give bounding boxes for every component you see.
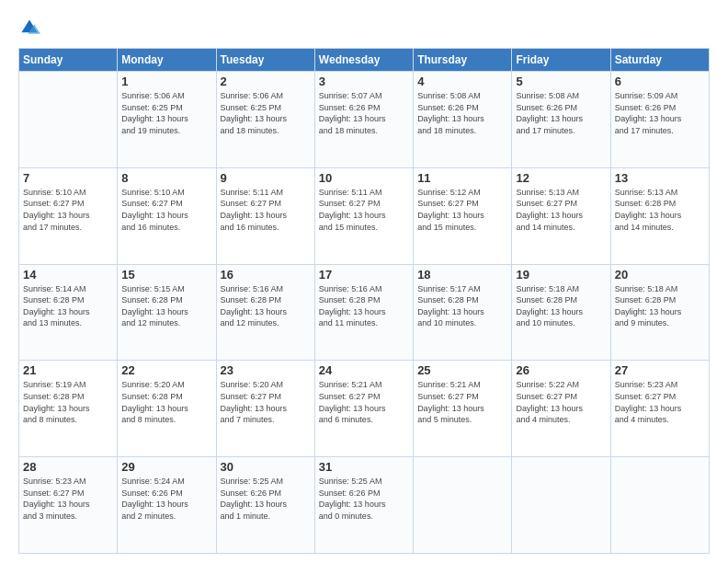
day-number: 21 bbox=[23, 363, 113, 377]
day-info: Sunrise: 5:11 AM Sunset: 6:27 PM Dayligh… bbox=[221, 187, 311, 233]
day-number: 23 bbox=[221, 363, 311, 377]
day-number: 17 bbox=[319, 268, 409, 282]
day-info: Sunrise: 5:16 AM Sunset: 6:28 PM Dayligh… bbox=[221, 283, 311, 329]
calendar-cell: 16Sunrise: 5:16 AM Sunset: 6:28 PM Dayli… bbox=[216, 264, 314, 361]
calendar-cell: 10Sunrise: 5:11 AM Sunset: 6:27 PM Dayli… bbox=[314, 167, 413, 264]
day-number: 2 bbox=[221, 75, 311, 88]
day-info: Sunrise: 5:13 AM Sunset: 6:27 PM Dayligh… bbox=[516, 187, 606, 233]
calendar-cell: 31Sunrise: 5:25 AM Sunset: 6:26 PM Dayli… bbox=[314, 457, 413, 554]
calendar-cell: 1Sunrise: 5:06 AM Sunset: 6:25 PM Daylig… bbox=[118, 72, 216, 168]
day-number: 29 bbox=[121, 460, 211, 474]
calendar-cell: 5Sunrise: 5:08 AM Sunset: 6:26 PM Daylig… bbox=[512, 72, 610, 168]
calendar-cell: 27Sunrise: 5:23 AM Sunset: 6:27 PM Dayli… bbox=[610, 361, 709, 457]
day-info: Sunrise: 5:10 AM Sunset: 6:27 PM Dayligh… bbox=[23, 187, 113, 233]
day-info: Sunrise: 5:25 AM Sunset: 6:26 PM Dayligh… bbox=[221, 476, 311, 522]
day-info: Sunrise: 5:11 AM Sunset: 6:27 PM Dayligh… bbox=[319, 187, 409, 233]
calendar-header-row: SundayMondayTuesdayWednesdayThursdayFrid… bbox=[19, 49, 710, 72]
day-number: 4 bbox=[417, 75, 507, 88]
day-info: Sunrise: 5:20 AM Sunset: 6:27 PM Dayligh… bbox=[221, 379, 311, 425]
calendar-cell: 28Sunrise: 5:23 AM Sunset: 6:27 PM Dayli… bbox=[19, 457, 118, 554]
day-info: Sunrise: 5:18 AM Sunset: 6:28 PM Dayligh… bbox=[516, 283, 606, 329]
calendar-week-row: 21Sunrise: 5:19 AM Sunset: 6:28 PM Dayli… bbox=[19, 361, 710, 457]
calendar-cell: 8Sunrise: 5:10 AM Sunset: 6:27 PM Daylig… bbox=[118, 167, 216, 264]
calendar-cell: 18Sunrise: 5:17 AM Sunset: 6:28 PM Dayli… bbox=[414, 264, 512, 361]
calendar-cell: 11Sunrise: 5:12 AM Sunset: 6:27 PM Dayli… bbox=[414, 167, 512, 264]
day-number: 7 bbox=[23, 171, 113, 185]
calendar-cell: 22Sunrise: 5:20 AM Sunset: 6:28 PM Dayli… bbox=[118, 361, 216, 457]
page-header bbox=[18, 17, 710, 39]
day-info: Sunrise: 5:21 AM Sunset: 6:27 PM Dayligh… bbox=[319, 379, 409, 425]
day-number: 30 bbox=[221, 460, 311, 474]
calendar-day-header: Sunday bbox=[19, 49, 118, 72]
day-info: Sunrise: 5:13 AM Sunset: 6:28 PM Dayligh… bbox=[615, 187, 705, 233]
calendar-cell bbox=[19, 72, 118, 168]
calendar-cell bbox=[512, 457, 610, 554]
calendar-week-row: 28Sunrise: 5:23 AM Sunset: 6:27 PM Dayli… bbox=[19, 457, 710, 554]
day-number: 1 bbox=[121, 75, 211, 88]
day-info: Sunrise: 5:10 AM Sunset: 6:27 PM Dayligh… bbox=[121, 187, 211, 233]
day-number: 26 bbox=[516, 363, 606, 377]
calendar-cell: 9Sunrise: 5:11 AM Sunset: 6:27 PM Daylig… bbox=[216, 167, 314, 264]
calendar-day-header: Wednesday bbox=[314, 49, 413, 72]
day-number: 16 bbox=[221, 268, 311, 282]
calendar-cell: 30Sunrise: 5:25 AM Sunset: 6:26 PM Dayli… bbox=[216, 457, 314, 554]
day-number: 31 bbox=[319, 460, 409, 474]
day-number: 27 bbox=[615, 363, 705, 377]
day-info: Sunrise: 5:17 AM Sunset: 6:28 PM Dayligh… bbox=[417, 283, 507, 329]
day-info: Sunrise: 5:09 AM Sunset: 6:26 PM Dayligh… bbox=[615, 90, 705, 136]
day-number: 24 bbox=[319, 363, 409, 377]
day-number: 18 bbox=[417, 268, 507, 282]
calendar-day-header: Thursday bbox=[414, 49, 512, 72]
calendar-cell: 21Sunrise: 5:19 AM Sunset: 6:28 PM Dayli… bbox=[19, 361, 118, 457]
calendar-cell: 3Sunrise: 5:07 AM Sunset: 6:26 PM Daylig… bbox=[314, 72, 413, 168]
calendar-cell: 6Sunrise: 5:09 AM Sunset: 6:26 PM Daylig… bbox=[610, 72, 709, 168]
calendar-day-header: Saturday bbox=[610, 49, 709, 72]
day-info: Sunrise: 5:18 AM Sunset: 6:28 PM Dayligh… bbox=[615, 283, 705, 329]
day-number: 15 bbox=[121, 268, 211, 282]
day-number: 10 bbox=[319, 171, 409, 185]
day-number: 5 bbox=[516, 75, 606, 88]
calendar-week-row: 1Sunrise: 5:06 AM Sunset: 6:25 PM Daylig… bbox=[19, 72, 710, 168]
day-info: Sunrise: 5:22 AM Sunset: 6:27 PM Dayligh… bbox=[516, 379, 606, 425]
day-number: 9 bbox=[221, 171, 311, 185]
calendar-cell: 15Sunrise: 5:15 AM Sunset: 6:28 PM Dayli… bbox=[118, 264, 216, 361]
calendar-table: SundayMondayTuesdayWednesdayThursdayFrid… bbox=[18, 48, 710, 554]
day-info: Sunrise: 5:24 AM Sunset: 6:26 PM Dayligh… bbox=[121, 476, 211, 522]
logo bbox=[18, 17, 44, 39]
day-info: Sunrise: 5:07 AM Sunset: 6:26 PM Dayligh… bbox=[319, 90, 409, 136]
calendar-cell: 13Sunrise: 5:13 AM Sunset: 6:28 PM Dayli… bbox=[610, 167, 709, 264]
day-info: Sunrise: 5:08 AM Sunset: 6:26 PM Dayligh… bbox=[516, 90, 606, 136]
calendar-cell: 2Sunrise: 5:06 AM Sunset: 6:25 PM Daylig… bbox=[216, 72, 314, 168]
day-number: 25 bbox=[417, 363, 507, 377]
day-info: Sunrise: 5:20 AM Sunset: 6:28 PM Dayligh… bbox=[121, 379, 211, 425]
day-info: Sunrise: 5:23 AM Sunset: 6:27 PM Dayligh… bbox=[615, 379, 705, 425]
calendar-day-header: Friday bbox=[512, 49, 610, 72]
day-number: 8 bbox=[121, 171, 211, 185]
day-info: Sunrise: 5:16 AM Sunset: 6:28 PM Dayligh… bbox=[319, 283, 409, 329]
day-number: 3 bbox=[319, 75, 409, 88]
calendar-week-row: 7Sunrise: 5:10 AM Sunset: 6:27 PM Daylig… bbox=[19, 167, 710, 264]
calendar-cell: 26Sunrise: 5:22 AM Sunset: 6:27 PM Dayli… bbox=[512, 361, 610, 457]
day-number: 14 bbox=[23, 268, 113, 282]
day-number: 20 bbox=[615, 268, 705, 282]
day-info: Sunrise: 5:12 AM Sunset: 6:27 PM Dayligh… bbox=[417, 187, 507, 233]
day-number: 11 bbox=[417, 171, 507, 185]
calendar-cell: 29Sunrise: 5:24 AM Sunset: 6:26 PM Dayli… bbox=[118, 457, 216, 554]
calendar-cell: 20Sunrise: 5:18 AM Sunset: 6:28 PM Dayli… bbox=[610, 264, 709, 361]
day-info: Sunrise: 5:08 AM Sunset: 6:26 PM Dayligh… bbox=[417, 90, 507, 136]
day-number: 12 bbox=[516, 171, 606, 185]
day-info: Sunrise: 5:23 AM Sunset: 6:27 PM Dayligh… bbox=[23, 476, 113, 522]
calendar-cell: 17Sunrise: 5:16 AM Sunset: 6:28 PM Dayli… bbox=[314, 264, 413, 361]
calendar-day-header: Monday bbox=[118, 49, 216, 72]
calendar-cell bbox=[414, 457, 512, 554]
calendar-cell: 7Sunrise: 5:10 AM Sunset: 6:27 PM Daylig… bbox=[19, 167, 118, 264]
calendar-cell: 24Sunrise: 5:21 AM Sunset: 6:27 PM Dayli… bbox=[314, 361, 413, 457]
calendar-cell bbox=[610, 457, 709, 554]
day-info: Sunrise: 5:14 AM Sunset: 6:28 PM Dayligh… bbox=[23, 283, 113, 329]
day-info: Sunrise: 5:15 AM Sunset: 6:28 PM Dayligh… bbox=[121, 283, 211, 329]
day-info: Sunrise: 5:21 AM Sunset: 6:27 PM Dayligh… bbox=[417, 379, 507, 425]
day-info: Sunrise: 5:06 AM Sunset: 6:25 PM Dayligh… bbox=[121, 90, 211, 136]
calendar-cell: 25Sunrise: 5:21 AM Sunset: 6:27 PM Dayli… bbox=[414, 361, 512, 457]
logo-icon bbox=[18, 17, 40, 39]
calendar-cell: 14Sunrise: 5:14 AM Sunset: 6:28 PM Dayli… bbox=[19, 264, 118, 361]
